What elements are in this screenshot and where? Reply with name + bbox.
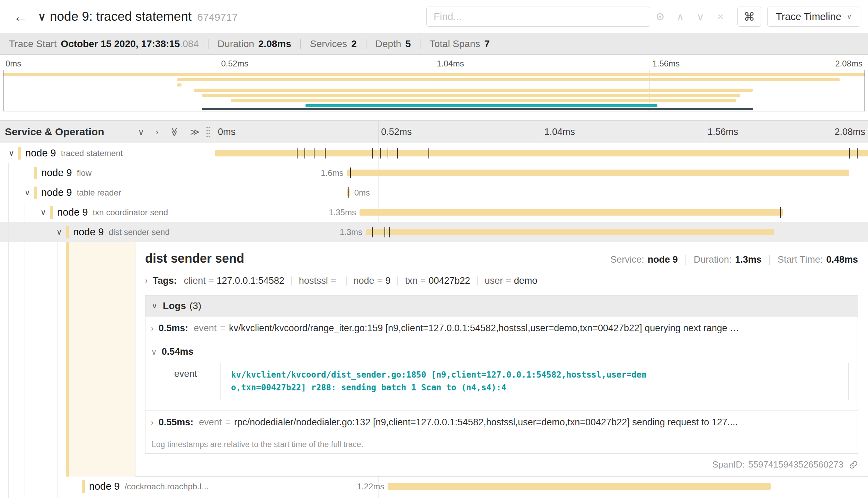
trace-view-selector[interactable]: Trace Timeline ∨ <box>767 7 860 27</box>
tag-item[interactable]: hostssl= <box>299 275 339 286</box>
detail-meta-label: Service: <box>610 254 644 265</box>
time-tick-label: 1.04ms <box>544 127 575 137</box>
span-timeline-cell[interactable]: 0.85ms <box>215 496 868 498</box>
span-expander-icon[interactable]: ∨ <box>5 148 18 158</box>
span-timeline-cell[interactable] <box>215 143 868 163</box>
collapse-one-icon[interactable]: ∨ <box>138 127 144 137</box>
keyboard-shortcuts-button[interactable]: ⌘ <box>737 7 761 27</box>
tag-equals: = <box>506 275 511 286</box>
timeline-gridline <box>542 496 542 498</box>
span-row[interactable]: ∨node 9table reader0ms <box>0 183 868 202</box>
back-button[interactable]: ← <box>8 8 33 25</box>
span-operation-name: dist sender send <box>109 227 172 237</box>
span-service-name: node 9 <box>89 481 120 492</box>
span-row[interactable]: node 9/cockroach.roachpb.I...1.22ms <box>0 477 868 496</box>
time-tick-label: 0ms <box>218 127 236 137</box>
log-entry-header[interactable]: ∨0.54ms <box>151 346 852 357</box>
span-color-chip <box>82 480 85 493</box>
span-timeline-cell[interactable]: 1.3ms <box>215 222 868 242</box>
span-expander-icon[interactable]: ∨ <box>53 227 66 237</box>
detail-meta-separator <box>769 255 770 265</box>
indent-guide <box>57 242 57 477</box>
span-name-column[interactable]: node 9/cockroach.roachpb.I... <box>0 477 215 496</box>
timeline-gridline <box>378 496 379 498</box>
collapse-all-icon[interactable]: ≫ <box>169 127 180 136</box>
span-name-column[interactable]: node 9flow <box>0 163 215 183</box>
tag-item[interactable]: txn=00427b22 <box>405 275 470 286</box>
span-name-column[interactable]: ∨node 9txn coordinator send <box>0 202 215 222</box>
span-duration-bar[interactable] <box>215 150 868 156</box>
span-row[interactable]: ∨node 9dist sender send1.3ms <box>0 222 868 242</box>
trace-header-collapse-icon[interactable]: ∨ <box>38 11 46 23</box>
focus-match-button[interactable] <box>650 7 670 27</box>
deep-link-icon[interactable] <box>849 460 858 469</box>
minimap-scrubber[interactable] <box>202 108 753 110</box>
trace-view-selector-label: Trace Timeline <box>776 11 841 22</box>
timeline-axis: 0ms0.52ms1.04ms1.56ms2.08ms <box>215 121 868 143</box>
span-row[interactable]: node 9flow1.6ms <box>0 163 868 183</box>
column-resize-handle[interactable] <box>206 127 210 137</box>
clear-find-button[interactable]: × <box>710 7 730 27</box>
summary-separator <box>300 39 301 49</box>
tags-list: client=127.0.0.1:54582hostssl=node=9txn=… <box>184 275 538 286</box>
tags-row[interactable]: › Tags: client=127.0.0.1:54582hostssl=no… <box>145 275 858 286</box>
span-service-name: node 9 <box>41 167 72 179</box>
expand-all-icon[interactable]: ≫ <box>190 127 200 137</box>
page-title: node 9: traced statement 6749717 <box>50 9 238 24</box>
minimap-span-bar <box>177 78 840 81</box>
span-timeline-cell[interactable]: 1.22ms <box>215 477 868 496</box>
chevron-right-icon: › <box>145 276 148 286</box>
prev-result-button[interactable]: ∧ <box>670 7 690 27</box>
span-row[interactable]: ∨node 9traced statement <box>0 143 868 163</box>
tag-item[interactable]: user=demo <box>485 275 537 286</box>
tag-equals: = <box>209 275 214 286</box>
span-name-column[interactable]: node 4/cockroach.roachpb.I... <box>0 496 215 498</box>
logs-header[interactable]: ∨ Logs (3) <box>145 296 858 316</box>
span-expander-icon[interactable]: ∨ <box>21 188 34 197</box>
tag-separator <box>346 277 347 286</box>
span-id-value: 5597415943526560273 <box>748 459 843 470</box>
time-tick-label: 1.56ms <box>653 59 680 69</box>
log-marker <box>388 148 388 159</box>
span-duration-bar[interactable] <box>388 483 771 490</box>
log-field-value: kv/kvclient/kvcoord/range_iter.go:159 [n… <box>229 323 739 334</box>
log-entry[interactable]: ›0.5ms:event=kv/kvclient/kvcoord/range_i… <box>145 316 858 340</box>
span-duration-bar[interactable] <box>347 170 849 176</box>
next-result-button[interactable]: ∨ <box>690 7 710 27</box>
span-duration-bar[interactable] <box>366 229 774 235</box>
log-entry-expanded[interactable]: ∨0.54mseventkv/kvclient/kvcoord/dist_sen… <box>145 340 858 410</box>
log-equals: = <box>220 323 225 334</box>
span-duration-label: 1.6ms <box>321 168 343 178</box>
summary-label: Total Spans <box>429 38 480 49</box>
span-duration-bar[interactable] <box>360 209 783 216</box>
log-entry[interactable]: ›0.55ms:event=rpc/nodedialer/nodedialer.… <box>145 410 858 434</box>
span-duration-label: 0ms <box>354 188 370 198</box>
expand-one-icon[interactable]: › <box>156 127 159 137</box>
log-field-key: event <box>199 417 222 428</box>
tag-key: txn <box>405 275 417 286</box>
focus-match-icon <box>657 13 664 20</box>
span-name-column[interactable]: ∨node 9traced statement <box>0 143 215 163</box>
span-name-column[interactable]: ∨node 9dist sender send <box>0 222 215 242</box>
chevron-down-icon: ∨ <box>697 11 704 23</box>
tag-item[interactable]: node=9 <box>354 275 391 286</box>
span-name-column[interactable]: ∨node 9table reader <box>0 183 215 202</box>
find-input[interactable] <box>426 7 650 27</box>
minimap-canvas[interactable] <box>3 70 865 111</box>
log-marker <box>857 148 858 159</box>
span-timeline-cell[interactable]: 1.6ms <box>215 163 868 183</box>
summary-label: Duration <box>218 38 254 49</box>
span-expander-icon[interactable]: ∨ <box>37 208 50 217</box>
summary-label: Trace Start <box>9 38 56 49</box>
span-detail-meta: Service:node 9Duration:1.3msStart Time:0… <box>610 254 858 265</box>
summary-value: 2.08ms <box>258 38 291 49</box>
log-marker <box>314 148 315 159</box>
span-timeline-cell[interactable]: 1.35ms <box>215 202 868 222</box>
span-timeline-cell[interactable]: 0ms <box>215 183 868 202</box>
tag-item[interactable]: client=127.0.0.1:54582 <box>184 275 284 286</box>
span-row[interactable]: ∨node 9txn coordinator send1.35ms <box>0 202 868 222</box>
span-row[interactable]: node 4/cockroach.roachpb.I...0.85ms <box>0 496 868 498</box>
span-detail-row: dist sender send Service:node 9Duration:… <box>0 242 868 477</box>
minimap-span-bar <box>305 104 657 107</box>
summary-separator <box>208 39 209 49</box>
